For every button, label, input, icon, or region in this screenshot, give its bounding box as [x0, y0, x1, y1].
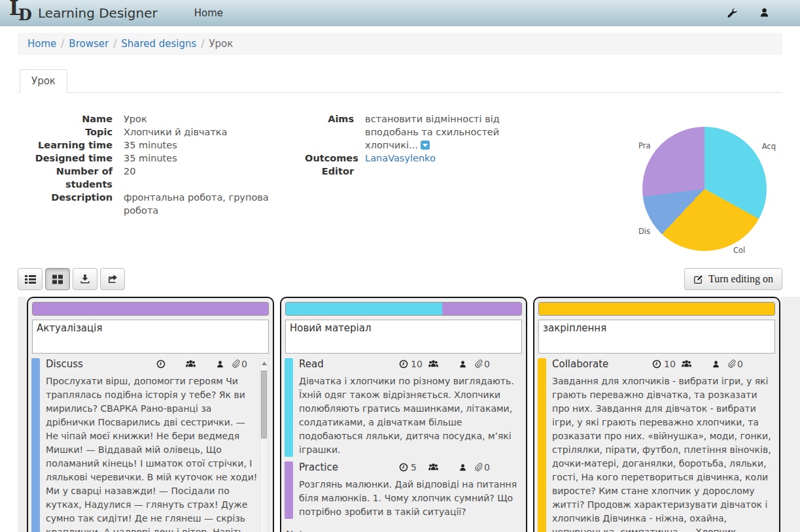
activity-card-read: Read 10 0 Дівчатка і хлопчики по різному… — [285, 358, 523, 457]
app-title: Learning Designer — [38, 5, 158, 21]
field-value — [365, 165, 504, 178]
activity-type-label: Read — [299, 358, 324, 370]
clock-icon — [652, 359, 661, 369]
share-button[interactable] — [100, 268, 125, 290]
group-icon — [428, 463, 439, 472]
edit-icon — [693, 274, 703, 284]
paperclip-icon — [727, 359, 736, 369]
activity-accent-bar — [285, 461, 293, 519]
clock-icon — [399, 359, 408, 369]
paperclip-icon — [232, 359, 240, 369]
expand-aims-icon[interactable] — [421, 141, 430, 150]
board-column-3: закріплення Collaborate 10 0 Завдання дл… — [533, 297, 780, 532]
tab-design[interactable]: Урок — [20, 69, 67, 93]
scroll-up-arrow-icon[interactable] — [262, 361, 267, 365]
list-view-button[interactable] — [18, 268, 43, 290]
turn-editing-on-button[interactable]: Turn editing on — [684, 268, 782, 290]
download-button[interactable] — [73, 268, 97, 290]
attachment-count: 0 — [484, 462, 490, 473]
attachment-count: 0 — [737, 359, 743, 369]
design-properties: NameУрок TopicХлопчики й дівчатка Learni… — [18, 112, 782, 260]
app-logo[interactable]: L D — [9, 1, 33, 25]
field-label: Aims — [305, 112, 365, 152]
field-value: фронтальна робота, групова робота — [124, 191, 287, 217]
clock-icon — [399, 463, 408, 472]
pie-chart — [642, 127, 767, 251]
turn-editing-on-label: Turn editing on — [708, 273, 773, 285]
activity-card-discuss: Discuss 0 Прослухати вірш, допомогти гер… — [31, 358, 270, 532]
column-scrollbar[interactable] — [260, 358, 268, 532]
activity-description: Прослухати вірш, допомогти героям Чи тра… — [46, 374, 270, 532]
attachment-count: 0 — [241, 359, 247, 369]
pie-label-pra: Pra — [638, 141, 651, 150]
notes-label: Notes: — [286, 529, 523, 532]
pie-label-col: Col — [733, 246, 745, 255]
download-icon — [80, 274, 90, 284]
activity-card-collaborate: Collaborate 10 0 Завдання для хлопчиків … — [538, 358, 776, 532]
activity-minutes: 10 — [664, 359, 676, 369]
field-label: Number of students — [18, 165, 124, 191]
learning-types-bar — [285, 302, 522, 316]
breadcrumb-separator: / — [113, 38, 116, 50]
activity-type-label: Discuss — [46, 358, 83, 370]
field-label: Description — [18, 191, 124, 217]
grid-view-button[interactable] — [45, 268, 70, 290]
breadcrumb-separator: / — [201, 38, 204, 50]
group-icon — [185, 359, 196, 369]
tab-bar: Урок — [18, 69, 782, 93]
user-icon[interactable] — [759, 7, 770, 18]
board-column-2: Новий матеріал Read 10 0 Дівчатка і хлоп… — [280, 297, 527, 532]
activity-accent-bar — [285, 358, 293, 457]
activity-type-label: Collaborate — [552, 358, 608, 370]
column-title-input[interactable]: Актуалізація — [32, 320, 269, 354]
breadcrumb-separator: / — [61, 38, 64, 50]
view-toolbar: Turn editing on — [18, 268, 782, 290]
scrollbar-thumb[interactable] — [261, 371, 267, 439]
board-column-1: Актуалізація Discuss 0 Прослухати вірш, … — [27, 297, 274, 532]
breadcrumb-home[interactable]: Home — [27, 38, 56, 50]
paperclip-icon — [474, 359, 483, 369]
field-label: Name — [18, 112, 124, 125]
breadcrumb-current: Урок — [209, 38, 233, 50]
activity-minutes: 5 — [411, 462, 423, 473]
breadcrumb: Home/Browser/Shared designs/Урок — [18, 33, 782, 55]
field-value: Хлопчики й дівчатка — [124, 125, 287, 139]
field-value: 35 minutes — [124, 152, 287, 165]
person-icon — [216, 360, 224, 369]
top-navbar: L D Learning Designer Home — [0, 0, 800, 26]
field-value: Урок — [124, 112, 287, 125]
person-icon — [712, 360, 720, 369]
board-overflow-area — [780, 297, 800, 532]
editor-link[interactable]: LanaVasylenko — [365, 153, 436, 163]
aims-value: встановити відмінності від вподобань та … — [365, 112, 504, 152]
wrench-icon[interactable] — [726, 7, 738, 19]
field-label: Topic — [18, 125, 124, 139]
learning-types-pie-chart: Pra Acq Dis Col — [642, 127, 767, 251]
logo-letter-d: D — [18, 5, 32, 24]
activity-accent-bar — [538, 358, 546, 532]
paperclip-icon — [474, 463, 483, 472]
activity-description: Дівчатка і хлопчики по різному виглядают… — [299, 374, 523, 457]
activity-minutes: 10 — [411, 359, 423, 369]
pie-label-dis: Dis — [638, 227, 650, 236]
field-label: Learning time — [18, 139, 124, 152]
clock-icon — [156, 359, 165, 369]
field-value: 35 minutes — [124, 139, 287, 152]
nav-item-home[interactable]: Home — [194, 7, 223, 19]
attachment-count: 0 — [484, 359, 490, 369]
person-icon — [459, 463, 467, 472]
field-label: Designed time — [18, 152, 124, 165]
field-value: 20 — [124, 165, 287, 191]
learning-types-bar — [538, 302, 775, 316]
design-board: Актуалізація Discuss 0 Прослухати вірш, … — [0, 297, 800, 532]
column-title-input[interactable]: закріплення — [538, 320, 775, 354]
learning-types-bar — [32, 302, 269, 316]
group-icon — [428, 359, 439, 369]
breadcrumb-browser[interactable]: Browser — [69, 38, 109, 50]
breadcrumb-shared-designs[interactable]: Shared designs — [121, 38, 196, 50]
pie-label-acq: Acq — [762, 142, 776, 151]
column-title-input[interactable]: Новий матеріал — [285, 320, 522, 354]
person-icon — [459, 360, 467, 369]
properties-right: Aims встановити відмінності від вподобан… — [305, 112, 504, 178]
activity-description: Завдання для хлопчиків - вибрати ігри, у… — [552, 374, 776, 532]
